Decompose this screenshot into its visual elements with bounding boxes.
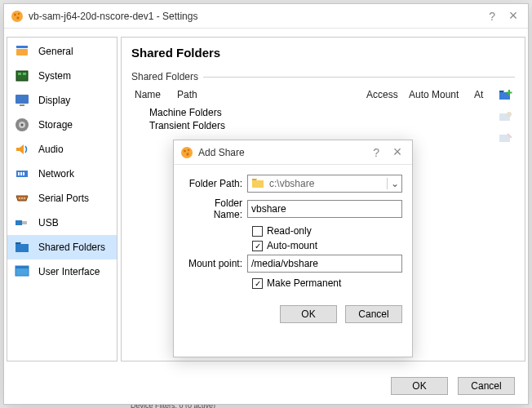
make-permanent-checkbox[interactable]: ✓ bbox=[252, 278, 263, 289]
serial-icon bbox=[14, 190, 30, 206]
svg-rect-16 bbox=[20, 172, 22, 175]
read-only-checkbox[interactable] bbox=[252, 226, 263, 237]
svg-rect-22 bbox=[22, 221, 27, 224]
dialog-footer: OK Cancel bbox=[174, 292, 412, 333]
dialog-title: Add Share bbox=[198, 147, 373, 158]
svg-rect-5 bbox=[16, 46, 28, 48]
cancel-button[interactable]: Cancel bbox=[458, 377, 515, 395]
dialog-titlebar: Add Share ? × bbox=[174, 140, 412, 165]
sidebar-item-ui[interactable]: User Interface bbox=[7, 259, 117, 284]
col-at[interactable]: At bbox=[471, 87, 492, 102]
dialog-ok-button[interactable]: OK bbox=[280, 305, 337, 323]
svg-rect-8 bbox=[23, 73, 26, 75]
shared-folder-icon bbox=[14, 239, 30, 255]
svg-point-19 bbox=[21, 197, 23, 199]
svg-rect-6 bbox=[16, 71, 28, 81]
folder-path-combo[interactable]: c:\vbshare ⌄ bbox=[247, 175, 402, 193]
sidebar-item-usb[interactable]: USB bbox=[7, 211, 117, 235]
svg-rect-9 bbox=[16, 95, 29, 104]
chevron-down-icon[interactable]: ⌄ bbox=[387, 178, 401, 189]
app-icon bbox=[11, 10, 24, 23]
sidebar-item-label: USB bbox=[38, 217, 59, 228]
mount-point-input[interactable] bbox=[247, 255, 402, 273]
close-button[interactable]: × bbox=[505, 7, 521, 24]
svg-rect-4 bbox=[16, 49, 28, 55]
svg-point-35 bbox=[188, 149, 189, 150]
system-icon bbox=[14, 68, 30, 84]
auto-mount-label: Auto-mount bbox=[267, 240, 317, 251]
folder-icon bbox=[251, 176, 266, 191]
sidebar-item-system[interactable]: System bbox=[7, 64, 117, 88]
table-header: Name Path Access Auto Mount At bbox=[131, 87, 492, 103]
sidebar-item-label: Serial Ports bbox=[38, 193, 89, 204]
storage-icon bbox=[14, 117, 30, 133]
mount-point-label: Mount point: bbox=[184, 258, 247, 269]
table-row[interactable]: Machine Folders bbox=[149, 106, 492, 119]
ok-button[interactable]: OK bbox=[391, 377, 448, 395]
audio-icon bbox=[14, 141, 30, 157]
table-row[interactable]: Transient Folders bbox=[149, 119, 492, 132]
network-icon bbox=[14, 166, 30, 182]
sidebar-item-shared[interactable]: Shared Folders bbox=[7, 235, 117, 259]
add-share-dialog: Add Share ? × Folder Path: c:\vbshare ⌄ … bbox=[173, 140, 413, 357]
svg-point-13 bbox=[21, 124, 24, 126]
sidebar-item-display[interactable]: Display bbox=[7, 88, 117, 113]
svg-point-0 bbox=[11, 11, 23, 22]
svg-point-2 bbox=[18, 12, 20, 14]
svg-point-1 bbox=[14, 13, 16, 16]
shared-folders-table: Name Path Access Auto Mount At Machine F… bbox=[131, 87, 492, 146]
dialog-body: Folder Path: c:\vbshare ⌄ Folder Name: R… bbox=[174, 165, 412, 289]
sidebar-item-label: General bbox=[38, 46, 73, 57]
svg-rect-17 bbox=[23, 172, 24, 175]
svg-rect-15 bbox=[18, 172, 20, 175]
svg-point-36 bbox=[186, 153, 188, 155]
ui-icon bbox=[14, 264, 30, 280]
sidebar-item-audio[interactable]: Audio bbox=[7, 137, 117, 162]
col-access[interactable]: Access bbox=[363, 87, 406, 102]
edit-folder-button[interactable] bbox=[498, 109, 514, 125]
folder-name-input[interactable] bbox=[247, 200, 402, 218]
dialog-close-button[interactable]: × bbox=[389, 144, 406, 161]
sidebar-item-label: Network bbox=[38, 168, 74, 180]
svg-point-18 bbox=[19, 197, 20, 199]
svg-rect-25 bbox=[16, 266, 29, 268]
sidebar-item-label: System bbox=[38, 70, 71, 82]
add-folder-button[interactable] bbox=[498, 87, 514, 104]
col-auto[interactable]: Auto Mount bbox=[406, 87, 471, 102]
col-path[interactable]: Path bbox=[174, 87, 363, 102]
page-title: Shared Folders bbox=[122, 38, 525, 71]
svg-point-33 bbox=[181, 147, 193, 158]
col-name[interactable]: Name bbox=[131, 87, 174, 102]
svg-rect-28 bbox=[507, 92, 512, 94]
read-only-label: Read-only bbox=[267, 225, 312, 237]
sidebar-item-label: Storage bbox=[38, 119, 73, 131]
display-icon bbox=[14, 92, 30, 109]
sidebar-item-storage[interactable]: Storage bbox=[7, 113, 117, 137]
window-title: vb-sam-j64-20d-nscore-dev1 - Settings bbox=[29, 11, 489, 22]
auto-mount-checkbox[interactable]: ✓ bbox=[252, 241, 263, 251]
sidebar-item-label: Display bbox=[38, 95, 70, 106]
folder-path-value: c:\vbshare bbox=[269, 178, 387, 189]
svg-point-20 bbox=[24, 197, 25, 199]
svg-rect-21 bbox=[16, 220, 22, 225]
make-permanent-label: Make Permanent bbox=[267, 277, 341, 289]
usb-icon bbox=[14, 215, 30, 231]
window-footer: OK Cancel bbox=[4, 368, 528, 404]
svg-point-30 bbox=[507, 112, 512, 117]
sidebar: General System Display Storage Audio Net… bbox=[7, 37, 117, 361]
folder-path-label: Folder Path: bbox=[184, 178, 247, 189]
general-icon bbox=[14, 43, 30, 60]
section-label: Shared Folders bbox=[122, 71, 525, 82]
remove-folder-button[interactable] bbox=[498, 130, 514, 146]
svg-rect-37 bbox=[252, 180, 264, 188]
svg-point-34 bbox=[184, 149, 186, 152]
sidebar-item-serial[interactable]: Serial Ports bbox=[7, 186, 117, 211]
sidebar-item-network[interactable]: Network bbox=[7, 162, 117, 186]
side-buttons bbox=[497, 87, 515, 146]
sidebar-item-label: Audio bbox=[38, 144, 64, 155]
app-icon bbox=[180, 146, 193, 159]
sidebar-item-general[interactable]: General bbox=[7, 39, 117, 64]
help-button[interactable]: ? bbox=[489, 10, 495, 23]
dialog-cancel-button[interactable]: Cancel bbox=[345, 305, 402, 323]
dialog-help-button[interactable]: ? bbox=[373, 146, 379, 159]
